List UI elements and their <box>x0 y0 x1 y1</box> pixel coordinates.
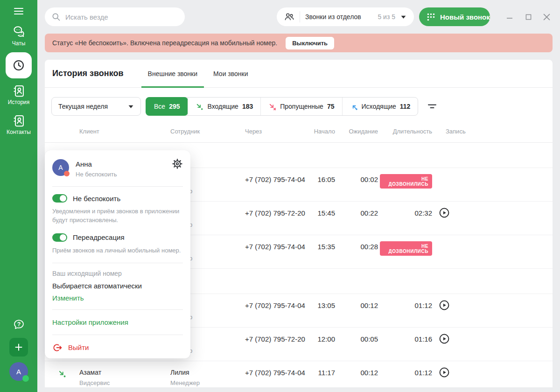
window-minimize-button[interactable] <box>505 12 514 21</box>
menu-toggle-button[interactable] <box>14 8 23 14</box>
column-record: Запись <box>446 128 466 135</box>
sidebar-item-history[interactable]: История <box>0 84 37 105</box>
start-time-cell: 12:00 <box>287 335 335 343</box>
logout-icon <box>52 343 63 353</box>
search-icon <box>51 12 61 21</box>
divider <box>52 263 183 263</box>
new-call-label: Новый звонок <box>440 13 490 21</box>
profile-header: А Анна Не беспокоить <box>52 150 183 186</box>
forwarding-toggle-row[interactable]: Переадресация <box>52 233 183 242</box>
filter-label: Все <box>154 103 165 110</box>
dnd-toggle[interactable] <box>52 194 67 203</box>
window-close-button[interactable] <box>542 12 551 21</box>
start-time-cell: 11:17 <box>287 369 335 377</box>
tab-my-calls[interactable]: Мои звонки <box>207 60 254 88</box>
dnd-toggle-row[interactable]: Не беспокоить <box>52 194 183 203</box>
column-employee: Сотрудник <box>170 128 200 135</box>
sidebar-item-call-history-active[interactable] <box>6 52 32 78</box>
sidebar: Чаты История <box>0 0 37 392</box>
advanced-filter-button[interactable] <box>426 100 439 113</box>
search-input[interactable] <box>65 13 178 21</box>
chevron-down-icon <box>128 105 134 109</box>
dnd-status-dot <box>64 171 70 176</box>
filter-all[interactable]: Все 295 <box>146 97 188 116</box>
chat-bubbles-icon <box>0 24 37 38</box>
tab-external-calls[interactable]: Внешние звонки <box>141 60 204 88</box>
selector-count: 5 из 5 <box>378 13 395 21</box>
period-select[interactable]: Текущая неделя <box>51 97 141 116</box>
app-window: Чаты История <box>0 0 560 392</box>
sidebar-item-label: Чаты <box>0 40 37 47</box>
wait-time-cell: 00:22 <box>334 209 378 217</box>
chevron-down-icon <box>400 15 406 19</box>
column-client: Клиент <box>79 128 99 135</box>
people-icon <box>284 12 294 22</box>
sidebar-item-contacts[interactable]: Контакты <box>0 114 37 135</box>
play-record-button[interactable] <box>439 207 450 218</box>
filter-incoming[interactable]: Входящие 183 <box>188 98 260 115</box>
department-calls-selector[interactable]: Звонки из отделов 5 из 5 <box>277 7 414 26</box>
wait-time-cell: 00:12 <box>334 301 378 309</box>
wait-time-cell: 00:28 <box>334 243 378 251</box>
sidebar-item-label: История <box>0 99 37 105</box>
play-record-button[interactable] <box>439 333 450 344</box>
banner-text: Статус «Не беспокоить». Включена переадр… <box>52 39 277 47</box>
help-button[interactable]: ? <box>0 318 37 331</box>
column-start: Начало <box>287 128 335 135</box>
profile-avatar: А <box>52 159 69 176</box>
filter-missed[interactable]: Пропущенные 75 <box>260 98 342 115</box>
settings-gear-button[interactable] <box>172 158 183 169</box>
sort-lines-icon <box>427 103 437 110</box>
dialpad-icon <box>427 13 435 21</box>
global-search <box>45 7 185 26</box>
incoming-call-icon <box>58 370 66 378</box>
outgoing-number-value: Выбирается автоматически <box>52 282 183 290</box>
start-time-cell: 15:35 <box>287 243 335 251</box>
address-book-icon <box>0 114 37 127</box>
new-call-button[interactable]: Новый звонок <box>419 7 490 26</box>
filter-label: Исходящие <box>362 103 396 110</box>
toggle-label: Переадресация <box>73 233 125 241</box>
client-company: Видсервис <box>79 379 110 386</box>
help-icon: ? <box>0 318 37 331</box>
app-settings-link[interactable]: Настройки приложения <box>52 318 183 326</box>
toggle-label: Не беспокоить <box>73 195 120 203</box>
column-via: Через <box>245 128 262 135</box>
start-time-cell: 13:05 <box>287 301 335 309</box>
forwarding-description: Приём звонков на личный мобильный номер. <box>52 246 183 255</box>
column-wait: Ожидание <box>334 128 378 135</box>
profile-status: Не беспокоить <box>76 171 117 178</box>
outgoing-arrow-icon <box>350 103 358 111</box>
filter-outgoing[interactable]: Исходящие 112 <box>342 98 418 115</box>
call-status-badge: НЕ ДОЗВОНИЛИСЬ <box>380 174 432 189</box>
online-status-dot <box>22 375 29 382</box>
filter-label: Пропущенные <box>280 103 323 110</box>
clock-icon <box>12 59 25 72</box>
play-record-button[interactable] <box>439 367 450 378</box>
play-record-button[interactable] <box>439 300 450 311</box>
wait-time-cell: 00:12 <box>334 369 378 377</box>
start-time-cell: 15:45 <box>287 209 335 217</box>
employee-cell: ЛилияМенеджер <box>170 369 200 386</box>
wait-time-cell: 00:05 <box>334 335 378 343</box>
profile-identity: Анна Не беспокоить <box>76 159 117 178</box>
dnd-status-banner: Статус «Не беспокоить». Включена переадр… <box>45 34 553 52</box>
duration-cell: 01:16 <box>380 335 432 343</box>
window-maximize-button[interactable] <box>524 12 533 21</box>
page-title: История звонков <box>52 69 124 78</box>
forwarding-toggle[interactable] <box>52 233 67 242</box>
filter-count: 183 <box>242 103 253 110</box>
plus-icon <box>14 343 23 352</box>
divider <box>52 186 183 187</box>
selector-label: Звонки из отделов <box>305 13 361 21</box>
add-button[interactable] <box>9 338 28 357</box>
call-row[interactable]: АзаматВидсервисЛилияМенеджер+7 (702) 795… <box>45 361 553 387</box>
filters-row: Текущая неделя Все 295 <box>51 97 546 116</box>
user-avatar[interactable]: A <box>9 362 28 381</box>
sidebar-item-chats[interactable]: Чаты <box>0 24 37 47</box>
turn-off-dnd-button[interactable]: Выключить <box>286 37 334 49</box>
logout-button[interactable]: Выйти <box>52 343 183 353</box>
change-number-link[interactable]: Изменить <box>52 294 183 302</box>
wait-time-cell: 00:02 <box>334 175 378 183</box>
missed-arrow-icon <box>268 103 276 111</box>
